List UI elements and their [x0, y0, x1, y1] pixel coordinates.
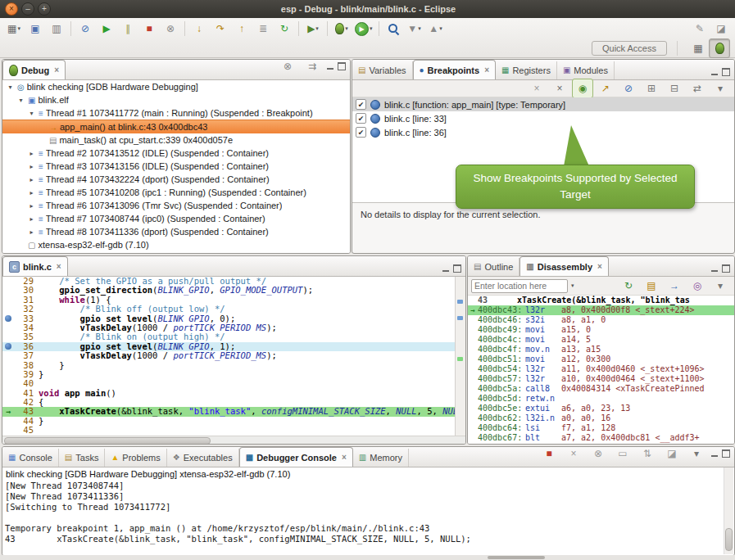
breakpoint-gutter-icon[interactable] [2, 342, 14, 351]
editor-horizontal-scrollbar[interactable] [2, 436, 465, 445]
tab-debugger-console[interactable]: ▦Debugger Console× [239, 447, 353, 467]
mark-occurrences-icon[interactable]: ✎ [689, 19, 710, 38]
pin-editor-icon[interactable]: ◪ [710, 19, 732, 38]
debug-tree-row[interactable]: →app_main() at blink.c:43 0x400dbc43 [2, 120, 350, 133]
instruction-stepping-icon[interactable]: ≣ [252, 19, 274, 38]
clear-console-icon[interactable]: ▭ [612, 446, 633, 463]
breakpoint-annotation-icon[interactable] [457, 316, 463, 320]
tab-executables[interactable]: ❖Executables [167, 449, 239, 467]
print-icon[interactable]: ▥ [46, 19, 67, 38]
tab-problems[interactable]: ▲Problems [105, 449, 166, 467]
resume-icon[interactable]: ▶ [96, 19, 117, 38]
tab-console[interactable]: ▦Console [2, 449, 59, 467]
next-annotation-icon[interactable]: ▼▾ [404, 19, 425, 38]
tab-blink-c[interactable]: cblink.c× [2, 256, 68, 276]
code-line[interactable]: 36 gpio_set_level(BLINK_GPIO, 1); [2, 342, 465, 351]
display-selected-console-icon[interactable]: ▾ [686, 446, 707, 463]
maximize-view-icon[interactable] [453, 264, 461, 273]
breakpoint-gutter-icon[interactable] [2, 314, 14, 323]
instruction-pointer-icon[interactable]: → [2, 407, 14, 416]
save-icon[interactable]: ▣ [25, 19, 46, 38]
tab-tasks[interactable]: ▤Tasks [59, 449, 106, 467]
restart-icon[interactable]: ↻ [274, 19, 295, 38]
code-line[interactable]: 31 while(1) { [2, 296, 465, 305]
debug-tree-row[interactable]: ▸≡Thread #2 1073413512 (IDLE) (Suspended… [2, 147, 350, 160]
console-output[interactable]: blink checking [GDB Hardware Debugging] … [2, 467, 734, 556]
code-line[interactable]: 35 /* Blink on (output high) */ [2, 332, 465, 341]
twisty-icon[interactable]: ▾ [6, 84, 15, 91]
debug-icon[interactable]: ▾ [331, 19, 352, 38]
disassembly-row[interactable]: 400dbc54:l32ra11, 0x400d0460 <_stext+109… [468, 364, 734, 374]
expand-all-icon[interactable]: ⊞ [641, 79, 662, 98]
code-line[interactable]: 44} [2, 417, 465, 426]
tab-modules[interactable]: ▣Modules [557, 61, 615, 79]
disassembly-row[interactable]: 400dbc49:movia15, 0 [468, 325, 734, 335]
checkbox[interactable]: ✔ [356, 99, 366, 110]
disassembly-row[interactable]: 400dbc5a:call80x40084314 <xTaskCreatePin… [468, 384, 734, 394]
maximize-view-icon[interactable] [722, 264, 730, 273]
twisty-icon[interactable]: ▸ [27, 228, 36, 236]
disassembly-row[interactable]: 400dbc5e:extuia6, a0, 23, 13 [468, 404, 734, 413]
tab-disassembly[interactable]: ▥Disassembly× [519, 256, 609, 276]
twisty-icon[interactable]: ▸ [27, 176, 36, 183]
close-icon[interactable]: × [597, 262, 602, 271]
disassembly-row[interactable]: 400dbc6a:bnonea0, a2, 0x400dbc8b <__addf… [468, 443, 734, 445]
new-icon[interactable]: ▦▾ [3, 19, 25, 38]
scroll-lock-icon[interactable]: ⇅ [637, 446, 658, 463]
remove-selected-breakpoints-icon[interactable]: × [526, 79, 547, 98]
twisty-icon[interactable]: ▸ [27, 150, 36, 157]
tab-breakpoints[interactable]: ●Breakpoints× [413, 60, 496, 79]
debug-tree-row[interactable]: ▤main_task() at cpu_start.c:339 0x400d05… [2, 133, 350, 147]
checkbox[interactable]: ✔ [356, 127, 366, 138]
debug-tree-row[interactable]: ▾▣blink.elf [2, 93, 350, 106]
show-supported-breakpoints-icon[interactable]: ◉ [572, 79, 593, 98]
step-over-icon[interactable]: ↷ [210, 19, 231, 38]
tab-memory[interactable]: ▥Memory [353, 449, 409, 467]
go-to-file-for-breakpoint-icon[interactable]: ↗ [595, 79, 616, 98]
checkbox[interactable]: ✔ [356, 113, 366, 124]
debug-tree-row[interactable]: ▾◎blink checking [GDB Hardware Debugging… [2, 80, 350, 93]
remove-all-breakpoints-icon[interactable]: × [549, 79, 570, 98]
window-minimize-button[interactable]: – [21, 2, 34, 16]
previous-annotation-icon[interactable]: ▲▾ [425, 19, 447, 38]
terminate-icon[interactable]: ■ [138, 19, 160, 38]
step-return-icon[interactable]: ↑ [231, 19, 252, 38]
collapse-all-icon[interactable]: ⊟ [664, 79, 685, 98]
track-expression-icon[interactable]: ◎ [687, 276, 708, 296]
code-line[interactable]: 34 vTaskDelay(1000 / portTICK_PERIOD_MS)… [2, 323, 465, 332]
close-icon[interactable]: × [342, 453, 347, 462]
disassembly-row[interactable]: →400dbc43:l32ra8, 0x400d00f8 <_stext+224… [468, 305, 734, 315]
sync-with-pc-icon[interactable]: → [664, 276, 685, 296]
search-icon[interactable] [383, 19, 404, 38]
code-line[interactable]: 42{ [2, 398, 465, 407]
tab-variables[interactable]: ▤Variables [352, 61, 413, 79]
debug-perspective-icon[interactable] [709, 38, 730, 58]
window-maximize-button[interactable]: + [38, 2, 51, 16]
overview-ruler[interactable] [455, 277, 465, 436]
debug-tree-row[interactable]: ▾≡Thread #1 1073411772 (main : Running) … [2, 106, 350, 120]
scrollbar-thumb[interactable] [4, 437, 211, 445]
link-with-debug-view-icon[interactable]: ⇄ [687, 79, 708, 98]
chevron-down-icon[interactable]: ▾ [571, 282, 574, 289]
horizontal-scrollbar-thumb[interactable] [488, 556, 545, 559]
code-line[interactable]: 32 /* Blink off (output low) */ [2, 305, 465, 314]
code-line[interactable]: 40 [2, 379, 465, 388]
disassembly-row[interactable]: 400dbc62:l32i.na0, a0, 16 [468, 413, 734, 423]
twisty-icon[interactable]: ▾ [16, 97, 25, 104]
skip-all-breakpoints-icon[interactable]: ⊘ [618, 79, 639, 98]
disassembly-row[interactable]: 400dbc5d:retw.n [468, 394, 734, 404]
suspend-icon[interactable]: ∥ [117, 19, 138, 38]
minimize-view-icon[interactable] [710, 264, 719, 273]
code-editor[interactable]: 29 /* Set the GPIO as a push/pull output… [2, 277, 465, 436]
run-icon[interactable]: ▶▾ [352, 19, 375, 38]
code-line[interactable]: 38 } [2, 361, 465, 370]
debug-tree-row[interactable]: ▸≡Thread #8 1073411336 (dport) (Suspende… [2, 225, 350, 238]
disconnect-icon[interactable]: ⊗ [160, 19, 181, 38]
disassembly-row[interactable]: 400dbc4c:movia14, 5 [468, 335, 734, 345]
pin-console-icon[interactable]: ◪ [661, 446, 683, 463]
breakpoint-item[interactable]: ✔blink.c [function: app_main] [type: Tem… [352, 97, 734, 111]
disassembly-row[interactable]: 400dbc57:l32ra10, 0x400d0464 <_stext+110… [468, 374, 734, 384]
disassembly-row[interactable]: 43xTaskCreate(&blink_task, "blink_tas [468, 296, 734, 305]
twisty-icon[interactable]: ▾ [27, 110, 36, 117]
breakpoint-annotation-icon[interactable] [457, 300, 463, 304]
